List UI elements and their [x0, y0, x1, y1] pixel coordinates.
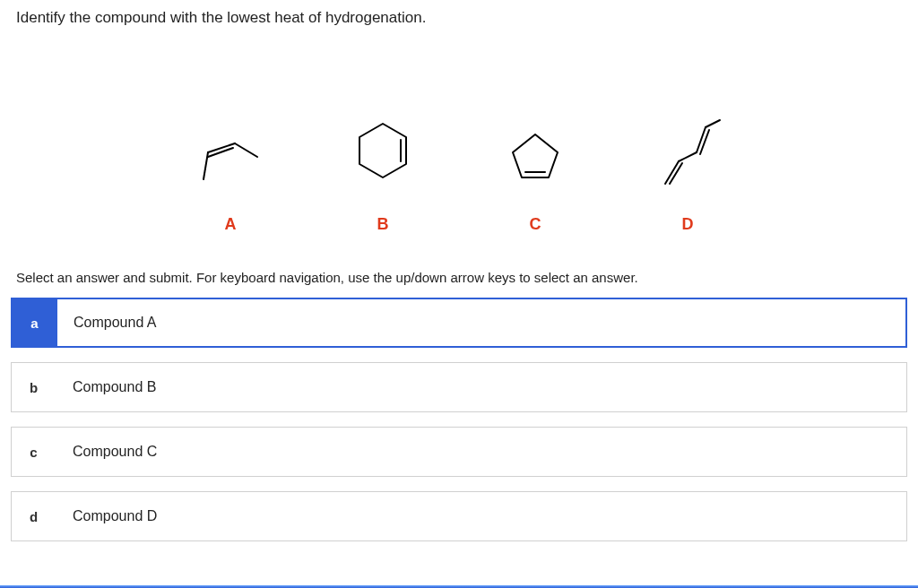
- structure-B: [347, 117, 419, 188]
- option-b[interactable]: b Compound B: [11, 362, 907, 412]
- svg-line-2: [208, 148, 233, 157]
- option-key: d: [12, 492, 56, 540]
- svg-line-11: [697, 127, 706, 152]
- option-key: a: [13, 299, 57, 346]
- structure-labels-row: A B C D: [0, 215, 918, 234]
- option-d[interactable]: d Compound D: [11, 491, 907, 541]
- svg-line-3: [235, 143, 257, 157]
- option-label: Compound D: [56, 508, 157, 524]
- structure-A: [195, 125, 266, 188]
- molecule-icon: [504, 125, 567, 188]
- option-label: Compound A: [57, 315, 157, 331]
- molecule-icon: [195, 125, 266, 188]
- question-text: Identify the compound with the lowest he…: [16, 9, 902, 27]
- structure-D: [652, 108, 723, 188]
- option-label: Compound B: [56, 379, 156, 395]
- option-key: c: [12, 428, 56, 476]
- svg-marker-6: [513, 134, 558, 177]
- svg-line-10: [679, 152, 697, 161]
- svg-marker-4: [359, 124, 406, 177]
- svg-line-12: [700, 130, 709, 154]
- molecule-icon: [652, 108, 723, 188]
- instructions-text: Select an answer and submit. For keyboar…: [0, 270, 918, 298]
- option-c[interactable]: c Compound C: [11, 427, 907, 477]
- structure-label-D: D: [652, 215, 723, 234]
- option-label: Compound C: [56, 444, 157, 460]
- option-key: b: [12, 363, 56, 411]
- structure-label-B: B: [347, 215, 419, 234]
- answer-options: a Compound A b Compound B c Compound C d…: [0, 298, 918, 541]
- structure-label-C: C: [499, 215, 571, 234]
- svg-line-13: [706, 120, 720, 127]
- structure-figures: [0, 81, 918, 188]
- structure-label-A: A: [195, 215, 266, 234]
- molecule-icon: [347, 117, 419, 188]
- structure-C: [499, 125, 571, 188]
- option-a[interactable]: a Compound A: [11, 298, 907, 348]
